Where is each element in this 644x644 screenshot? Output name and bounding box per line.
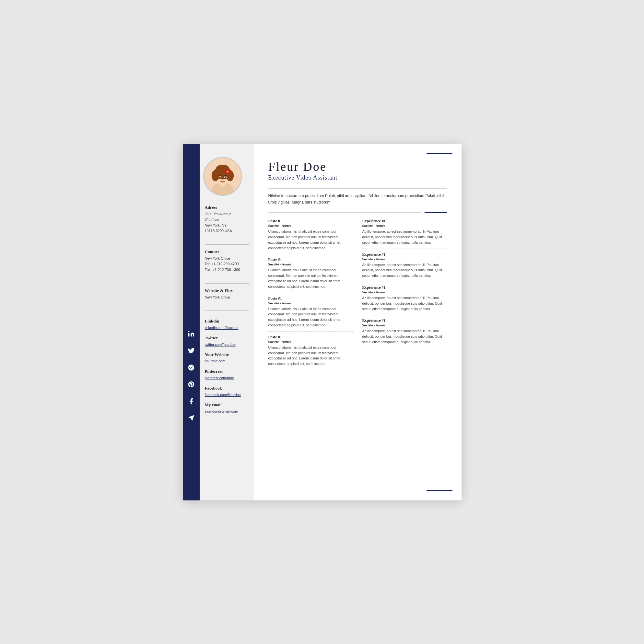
contact-text: New York Office Tel: +1-212-290-4700 Fax… (205, 256, 249, 273)
svg-point-19 (227, 170, 228, 172)
facebook-url[interactable]: facebook.com/fleurdoe (205, 392, 249, 398)
exp-subtitle-1: Société - Année (362, 224, 447, 228)
email-label: My email (205, 402, 249, 407)
exp-item-1: Expérience #1 Société - Année Ab illo te… (362, 219, 447, 245)
corner-decoration-br (427, 490, 452, 491)
twitter-link-row: Twitter twitter.com/fleurdoe (205, 335, 249, 348)
post-subtitle-1: Société - Année (268, 224, 353, 228)
section-hr (268, 212, 421, 213)
pinterest-url[interactable]: pinterest.com/fdoe (205, 375, 249, 381)
exp-subtitle-2: Société - Année (362, 257, 447, 261)
divider-1 (205, 244, 249, 245)
twitter-icon (183, 342, 200, 359)
website-section: Website & Flux New York Office (205, 288, 249, 300)
sidebar: Adress 350 Fifth Avenue, 34th floor New … (183, 144, 254, 500)
posts-column: Poste #1 Société - Année Ullamco laboris… (268, 219, 353, 369)
post-title-4: Poste #1 (268, 335, 353, 340)
experience-column: Expérience #1 Société - Année Ab illo te… (362, 219, 447, 369)
name-title-block: Fleur Doe Executive Video Assistant (268, 159, 447, 181)
address-text: 350 Fifth Avenue, 34th floor New York, N… (205, 211, 249, 234)
exp-title-2: Expérience #1 (362, 252, 447, 257)
exp-divider-2 (362, 282, 447, 282)
post-item-3: Poste #1 Société - Année Ullamco laboris… (268, 296, 353, 328)
twitter-label: Twitter (205, 335, 249, 341)
facebook-label: Facebook (205, 386, 249, 391)
exp-title-1: Expérience #1 (362, 219, 447, 224)
linkedin-link-row: Linkdin linkedin.com/fleurdoe (205, 319, 249, 331)
job-title: Executive Video Assistant (268, 174, 447, 181)
website-icon (183, 359, 200, 376)
avatar (203, 157, 242, 196)
svg-point-16 (225, 176, 226, 178)
divider-3 (205, 310, 249, 311)
facebook-link-row: Facebook facebook.com/fleurdoe (205, 386, 249, 398)
email-icon (183, 410, 200, 427)
full-name: Fleur Doe (268, 159, 447, 174)
exp-text-4: Ab illo tempore, ab est sed immemorabi l… (362, 328, 447, 345)
your-website-url[interactable]: fleurdoe.com (205, 358, 249, 364)
twitter-url[interactable]: twitter.com/fleurdoe (205, 342, 249, 348)
contact-label: Contact (205, 249, 249, 254)
svg-point-15 (219, 176, 221, 178)
post-subtitle-4: Société - Année (268, 340, 353, 344)
linkedin-icon (183, 325, 200, 342)
pinterest-label: Pinterrest (205, 369, 249, 374)
website-link-row: Your Website fleurdoe.com (205, 352, 249, 364)
email-link-row: My email zigmoon@gmail.com (205, 402, 249, 415)
post-divider-3 (268, 331, 353, 332)
sidebar-content: Adress 350 Fifth Avenue, 34th floor New … (200, 144, 254, 429)
website-label: Website & Flux (205, 288, 249, 293)
main-divider-1 (268, 188, 447, 189)
bio-text: Nihilne te nocturnum praesidium Palati, … (268, 193, 447, 206)
section-header (268, 212, 447, 213)
post-divider-2 (268, 293, 353, 293)
post-title-3: Poste #1 (268, 296, 353, 301)
section-accent (425, 212, 447, 213)
post-title-1: Poste #1 (268, 219, 353, 224)
exp-item-4: Expérience #1 Société - Année Ab illo te… (362, 318, 447, 345)
contact-section: Contact New York Office Tel: +1-212-290-… (205, 249, 249, 273)
email-url[interactable]: zigmoon@gmail.com (205, 409, 249, 415)
exp-subtitle-3: Société - Année (362, 290, 447, 294)
exp-text-1: Ab illo tempore, ab est sed immemorabi l… (362, 229, 447, 245)
social-icons-bar (183, 325, 200, 427)
svg-point-1 (188, 331, 189, 332)
exp-title-4: Expérience #1 (362, 318, 447, 323)
post-text-1: Ullamco laboris nisi ut aliquid ex ea co… (268, 229, 353, 251)
your-website-label: Your Website (205, 352, 249, 357)
address-label: Adress (205, 205, 249, 210)
post-subtitle-3: Société - Année (268, 301, 353, 305)
post-subtitle-2: Société - Année (268, 262, 353, 266)
corner-decoration-tr (427, 153, 452, 154)
exp-title-3: Expérience #1 (362, 285, 447, 290)
pinterest-link-row: Pinterrest pinterest.com/fdoe (205, 369, 249, 381)
exp-divider-3 (362, 315, 447, 315)
social-links: Linkdin linkedin.com/fleurdoe Twitter tw… (205, 319, 249, 419)
post-text-4: Ullamco laboris nisi ut aliquid ex ea co… (268, 345, 353, 367)
post-divider-1 (268, 254, 353, 254)
sidebar-navy-bar (183, 144, 200, 500)
svg-marker-4 (188, 415, 194, 421)
linkedin-url[interactable]: linkedin.com/fleurdoe (205, 325, 249, 331)
post-item-2: Poste #1 Société - Année Ullamco laboris… (268, 257, 353, 289)
address-section: Adress 350 Fifth Avenue, 34th floor New … (205, 205, 249, 234)
post-text-3: Ullamco laboris nisi ut aliquid ex ea co… (268, 306, 353, 328)
linkedin-label: Linkdin (205, 319, 249, 324)
svg-point-17 (222, 179, 224, 180)
post-item-1: Poste #1 Société - Année Ullamco laboris… (268, 219, 353, 251)
pinterest-icon (183, 376, 200, 393)
post-title-2: Poste #1 (268, 257, 353, 262)
post-text-2: Ullamco laboris nisi ut aliquid ex ea co… (268, 267, 353, 289)
svg-rect-0 (188, 333, 189, 336)
website-text: New York Office (205, 295, 249, 300)
resume-page: Adress 350 Fifth Avenue, 34th floor New … (183, 144, 462, 500)
two-column-content: Poste #1 Société - Année Ullamco laboris… (268, 219, 447, 369)
post-item-4: Poste #1 Société - Année Ullamco laboris… (268, 335, 353, 367)
exp-item-3: Expérience #1 Société - Année Ab illo te… (362, 285, 447, 311)
exp-text-2: Ab illo tempore, ab est sed immemorabi l… (362, 262, 447, 278)
exp-text-3: Ab illo tempore, ab est sed immemorabi l… (362, 295, 447, 311)
main-content: Fleur Doe Executive Video Assistant Nihi… (254, 144, 462, 500)
exp-divider-1 (362, 249, 447, 249)
avatar-wrapper (196, 157, 249, 196)
exp-item-2: Expérience #1 Société - Année Ab illo te… (362, 252, 447, 278)
